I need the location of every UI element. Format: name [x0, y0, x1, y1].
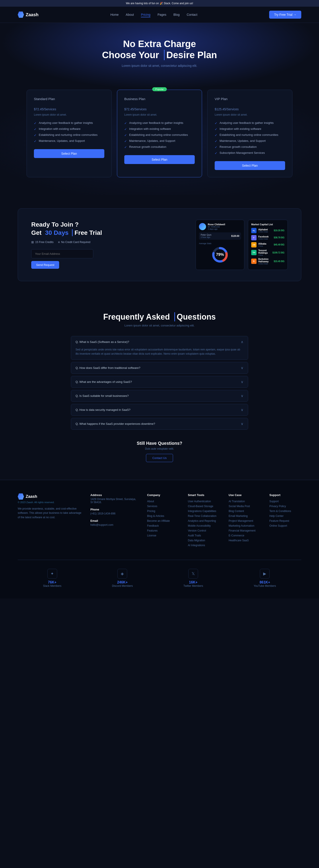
- discord-count: 246K+: [112, 580, 133, 584]
- dash-avatar: [199, 223, 206, 230]
- list-item[interactable]: License: [147, 534, 179, 537]
- vip-plan-features: ✓Analyzing user feedback to gather insig…: [215, 121, 285, 155]
- list-item[interactable]: Analytics and Reporting: [188, 519, 220, 522]
- list-item: ✓Maintenance, Updates, and Support: [124, 139, 195, 143]
- list-item[interactable]: Audit Trails: [188, 534, 220, 537]
- list-item: ✓Subscription Management Services: [215, 151, 285, 155]
- trial-right: Rose Childwell ID: #43b1244 2 days ago P…: [164, 220, 288, 270]
- standard-select-plan-button[interactable]: Select Plan: [34, 149, 104, 158]
- business-plan-features: ✓Analyzing user feedback to gather insig…: [124, 121, 195, 149]
- list-item[interactable]: Become an Affiliate: [147, 519, 179, 522]
- footer-copy: © 2023 Zaash. All rights reserved.: [18, 501, 81, 503]
- slack-icon[interactable]: ✦: [47, 569, 57, 579]
- twitter-icon[interactable]: 𝕏: [188, 569, 198, 579]
- faq-title: Frequently Asked Questions: [18, 312, 301, 321]
- check-icon: ✓: [215, 151, 217, 155]
- hero-line2a: Choose Your: [102, 50, 159, 60]
- list-item[interactable]: Services: [147, 505, 179, 508]
- check-icon: ✓: [215, 133, 217, 137]
- banner-text: We are having lots of fun on 🎉 Slack. Co…: [126, 2, 193, 5]
- list-item[interactable]: E-Commerce: [228, 534, 260, 537]
- footer-logo: Zaash: [18, 493, 81, 500]
- list-item[interactable]: Cloud-Based Storage: [188, 505, 220, 508]
- vip-plan-price: $125.45/Services: [215, 103, 285, 112]
- list-item[interactable]: Social Media Post: [228, 505, 260, 508]
- nav-pages[interactable]: Pages: [157, 13, 166, 17]
- standard-plan-desc: Lorem ipsum dolor sit amet.: [34, 113, 104, 116]
- vip-plan-card: VIP Plan $125.45/Services Lorem ipsum do…: [207, 90, 292, 177]
- footer-col-use-case: Use Case AI Translation Social Media Pos…: [228, 493, 260, 549]
- market-cap-mockup: Market Capital List AL Alphabet United S…: [248, 220, 288, 270]
- faq-question-4[interactable]: Q. Is SaaS suitable for small businesses…: [71, 390, 248, 402]
- dashboard-mockup: Rose Childwell ID: #43b1244 2 days ago P…: [196, 220, 244, 270]
- nav-home[interactable]: Home: [110, 13, 118, 17]
- list-item[interactable]: Online Support: [270, 524, 301, 527]
- list-item[interactable]: User Authentication: [188, 500, 220, 503]
- list-item[interactable]: Financial Management: [228, 529, 260, 532]
- twitter-label: Twitter Members: [183, 584, 203, 587]
- list-item: ✓Maintenance, Updates, and Support: [34, 139, 104, 143]
- list-item[interactable]: Version Control: [188, 529, 220, 532]
- still-desc: Duis aute voluptate velit.: [18, 447, 301, 450]
- list-item[interactable]: Data Migration: [188, 539, 220, 542]
- list-item[interactable]: AI Integrations: [188, 544, 220, 547]
- list-item: ✓Revenue growth consultation: [124, 145, 195, 149]
- nav-about[interactable]: About: [126, 13, 134, 17]
- discord-social: ◈ 246K+ Discord Members: [112, 569, 133, 587]
- list-item[interactable]: Feedback: [147, 524, 179, 527]
- slack-count: 76K+: [43, 580, 61, 584]
- contact-us-button[interactable]: Contact Us: [146, 454, 173, 462]
- list-item[interactable]: Help Center: [270, 515, 301, 518]
- check-icon: ✓: [34, 133, 37, 137]
- pricing-section: Standard Plan $72.45/Services Lorem ipsu…: [0, 90, 319, 195]
- list-item[interactable]: Pricing: [147, 509, 179, 513]
- donut-chart: 79%: [199, 246, 241, 264]
- send-request-button[interactable]: Send Request: [31, 261, 59, 269]
- list-item[interactable]: Mobile Accessibility: [188, 524, 220, 527]
- list-item[interactable]: Blog Content: [228, 509, 260, 513]
- list-item[interactable]: Support: [270, 500, 301, 503]
- faq-question-1[interactable]: Q. What is SaaS (Software as a Service)?…: [71, 336, 248, 347]
- faq-question-6[interactable]: Q. What happens if the SaaS provider exp…: [71, 418, 248, 429]
- youtube-icon[interactable]: ▶: [260, 569, 270, 579]
- trial-email-form: Send Request: [31, 249, 155, 269]
- list-item[interactable]: Features: [147, 529, 179, 532]
- vip-select-plan-button[interactable]: Select Plan: [215, 161, 285, 170]
- faq-item-5: Q. How is data security managed in SaaS?…: [71, 404, 248, 416]
- nav-blog[interactable]: Blog: [173, 13, 180, 17]
- faq-question-5[interactable]: Q. How is data security managed in SaaS?…: [71, 404, 248, 415]
- chevron-down-icon: ∨: [241, 366, 244, 370]
- check-icon: ✓: [34, 140, 37, 143]
- footer-divider: [18, 560, 301, 560]
- list-item[interactable]: Healthcare SaaS: [228, 539, 260, 542]
- list-item[interactable]: Feature Request: [270, 519, 301, 522]
- faq-question-3[interactable]: Q. What are the advantages of using SaaS…: [71, 376, 248, 388]
- list-item[interactable]: AI Translation: [228, 500, 260, 503]
- list-item[interactable]: Email Marketing: [228, 515, 260, 518]
- business-plan-desc: Lorem ipsum dolor sit amet.: [124, 113, 195, 116]
- try-free-trial-button[interactable]: Try Free Trial →: [269, 11, 301, 19]
- youtube-social: ▶ 861K+ YouTube Members: [254, 569, 276, 587]
- trial-left: Ready To Join ? Get 30 Days Free Trial ⊞…: [31, 221, 155, 269]
- list-item[interactable]: Privacy Policy: [270, 505, 301, 508]
- nav-pricing[interactable]: Pricing: [141, 13, 150, 17]
- hero-section: No Extra Charge Choose Your Desire Plan …: [0, 23, 319, 90]
- list-item[interactable]: Integrations Capabilities: [188, 509, 220, 513]
- nav-contact[interactable]: Contact: [187, 13, 198, 17]
- dash-user-sub: 2 days ago: [208, 228, 241, 230]
- faq-question-2[interactable]: Q. How does SaaS differ from traditional…: [71, 362, 248, 374]
- email-input[interactable]: [31, 249, 93, 258]
- discord-icon[interactable]: ◈: [117, 569, 127, 579]
- list-item[interactable]: Marketing Automation: [228, 524, 260, 527]
- list-item[interactable]: Term & Conditions: [270, 509, 301, 513]
- list-item[interactable]: About: [147, 500, 179, 503]
- list-item[interactable]: Real-Time Collaboration: [188, 515, 220, 518]
- list-item[interactable]: Project Management: [228, 519, 260, 522]
- dash-user-info: Rose Childwell ID: #43b1244 2 days ago: [208, 223, 241, 230]
- trial-badges: ⊞ 15 Free Credits ≡ No Credit Card Requi…: [31, 240, 155, 244]
- business-select-plan-button[interactable]: Select Plan: [124, 155, 195, 164]
- standard-plan-name: Standard Plan: [34, 97, 104, 101]
- list-item[interactable]: Blog & Articles: [147, 515, 179, 518]
- trial-title: Ready To Join ? Get 30 Days Free Trial: [31, 221, 155, 237]
- hero-line1: No Extra Charge: [18, 38, 301, 50]
